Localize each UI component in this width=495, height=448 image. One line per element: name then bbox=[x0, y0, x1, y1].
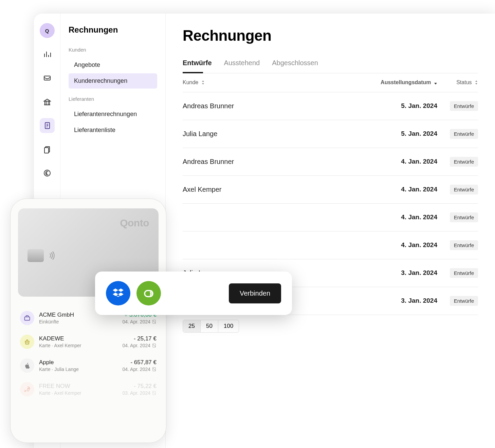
receipt-missing-icon bbox=[152, 343, 157, 348]
dropbox-icon bbox=[106, 281, 130, 305]
tab-completed[interactable]: Abgeschlossen bbox=[272, 59, 318, 73]
cell-date: 4. Jan. 2024 bbox=[363, 158, 437, 165]
page-size-100[interactable]: 100 bbox=[218, 320, 239, 332]
transaction-value: - 25,17 € bbox=[122, 335, 157, 342]
group-label-customers: Kunden bbox=[69, 47, 157, 53]
nav-invoices-icon[interactable] bbox=[40, 118, 55, 133]
avatar[interactable]: Q bbox=[40, 23, 55, 38]
cell-customer: Andreas Brunner bbox=[183, 102, 363, 110]
transaction-list: ACME GmbH Einkünfte + 3.076,00 € 04. Apr… bbox=[18, 306, 159, 401]
cell-date: 5. Jan. 2024 bbox=[363, 130, 437, 137]
status-badge: Entwürfe bbox=[450, 296, 478, 306]
status-badge: Entwürfe bbox=[450, 101, 478, 111]
cell-status: Entwürfe bbox=[437, 129, 478, 139]
integration-icon bbox=[136, 281, 161, 305]
transaction-date: 04. Apr. 2024 bbox=[122, 319, 157, 324]
cell-status: Entwürfe bbox=[437, 101, 478, 111]
cell-status: Entwürfe bbox=[437, 268, 478, 278]
receipt-missing-icon bbox=[152, 391, 157, 395]
transaction-name: KADEWE bbox=[39, 335, 117, 342]
nav-inbox-icon[interactable] bbox=[40, 71, 55, 86]
svg-rect-5 bbox=[25, 317, 30, 320]
cell-status: Entwürfe bbox=[437, 296, 478, 306]
transaction-row[interactable]: KADEWE Karte · Axel Kemper - 25,17 € 04.… bbox=[18, 330, 159, 354]
cell-customer: Julia Lange bbox=[183, 130, 363, 138]
transaction-date: 03. Apr. 2024 bbox=[122, 390, 157, 396]
cell-date: 3. Jan. 2024 bbox=[363, 269, 437, 277]
connect-button[interactable]: Verbinden bbox=[229, 283, 281, 303]
receipt-missing-icon bbox=[152, 319, 157, 324]
transaction-name: FREE NOW bbox=[39, 383, 117, 390]
transaction-value: - 75,22 € bbox=[122, 383, 157, 390]
transaction-name: Apple bbox=[39, 359, 117, 366]
table-row[interactable]: Axel Kemper 4. Jan. 2024 Entwürfe bbox=[183, 176, 478, 204]
nav-analytics-icon[interactable] bbox=[40, 47, 55, 62]
table-row[interactable]: 4. Jan. 2024 Entwürfe bbox=[183, 231, 478, 259]
sidebar-title: Rechnungen bbox=[69, 25, 157, 35]
cell-date: 4. Jan. 2024 bbox=[363, 186, 437, 193]
transaction-date: 04. Apr. 2024 bbox=[122, 367, 157, 372]
svg-point-9 bbox=[28, 388, 29, 389]
status-badge: Entwürfe bbox=[450, 240, 478, 250]
mobile-frame: Qonto ACME GmbH Einkünfte + 3.076,00 € 0… bbox=[10, 199, 166, 443]
card-brand: Qonto bbox=[120, 217, 149, 229]
main-content: Rechnungen Entwürfe Ausstehend Abgeschlo… bbox=[166, 14, 495, 448]
page-size-25[interactable]: 25 bbox=[183, 320, 201, 332]
card-chip-icon bbox=[28, 249, 44, 262]
rocket-icon bbox=[20, 382, 34, 396]
transaction-date: 04. Apr. 2024 bbox=[122, 343, 157, 348]
status-badge: Entwürfe bbox=[450, 129, 478, 139]
page-title: Rechnungen bbox=[183, 27, 478, 44]
nav-bank-icon[interactable] bbox=[40, 94, 55, 109]
table-row[interactable]: Andreas Brunner 4. Jan. 2024 Entwürfe bbox=[183, 148, 478, 176]
cell-customer: Andreas Brunner bbox=[183, 158, 363, 166]
cell-status: Entwürfe bbox=[437, 157, 478, 167]
transaction-row[interactable]: Apple Karte · Julia Lange - 657,87 € 04.… bbox=[18, 354, 159, 377]
tab-drafts[interactable]: Entwürfe bbox=[183, 59, 212, 73]
transaction-info: KADEWE Karte · Axel Kemper bbox=[39, 335, 117, 348]
tab-pending[interactable]: Ausstehend bbox=[224, 59, 260, 73]
nav-currency-icon[interactable] bbox=[40, 166, 55, 181]
transaction-info: FREE NOW Karte · Axel Kemper bbox=[39, 383, 117, 396]
nav-item-supplier-invoices[interactable]: Lieferantenrechnungen bbox=[69, 107, 157, 122]
nav-item-customer-invoices[interactable]: Kundenrechnungen bbox=[69, 73, 157, 89]
svg-rect-3 bbox=[44, 148, 49, 153]
table-row[interactable]: 4. Jan. 2024 Entwürfe bbox=[183, 204, 478, 231]
sort-icon bbox=[475, 80, 478, 86]
cell-status: Entwürfe bbox=[437, 240, 478, 250]
nav-item-supplier-list[interactable]: Lieferantenliste bbox=[69, 123, 157, 138]
tabs: Entwürfe Ausstehend Abgeschlossen bbox=[183, 59, 478, 73]
table-row[interactable]: Andreas Brunner 5. Jan. 2024 Entwürfe bbox=[183, 92, 478, 120]
connect-popup: Verbinden bbox=[95, 272, 292, 315]
col-customer[interactable]: Kunde bbox=[183, 79, 363, 86]
col-date[interactable]: Ausstellungsdatum bbox=[363, 79, 437, 86]
basket-icon bbox=[20, 335, 34, 349]
page-size-50[interactable]: 50 bbox=[201, 320, 218, 332]
transaction-value: - 657,87 € bbox=[122, 359, 157, 366]
transaction-row[interactable]: FREE NOW Karte · Axel Kemper - 75,22 € 0… bbox=[18, 377, 159, 401]
table-row[interactable]: Julia Lange 5. Jan. 2024 Entwürfe bbox=[183, 120, 478, 148]
transaction-amount: - 75,22 € 03. Apr. 2024 bbox=[122, 383, 157, 396]
cell-date: 5. Jan. 2024 bbox=[363, 102, 437, 110]
status-badge: Entwürfe bbox=[450, 157, 478, 167]
nav-item-quotes[interactable]: Angebote bbox=[69, 57, 157, 73]
status-badge: Entwürfe bbox=[450, 212, 478, 222]
col-status[interactable]: Status bbox=[437, 79, 478, 86]
transaction-subtitle: Einkünfte bbox=[39, 319, 117, 324]
transaction-amount: - 25,17 € 04. Apr. 2024 bbox=[122, 335, 157, 348]
cell-date: 4. Jan. 2024 bbox=[363, 213, 437, 221]
cell-status: Entwürfe bbox=[437, 185, 478, 194]
apple-icon bbox=[20, 358, 34, 373]
group-label-suppliers: Lieferanten bbox=[69, 96, 157, 102]
status-badge: Entwürfe bbox=[450, 185, 478, 194]
receipt-missing-icon bbox=[152, 367, 157, 372]
briefcase-icon bbox=[20, 311, 34, 325]
transaction-subtitle: Karte · Julia Lange bbox=[39, 367, 117, 372]
contactless-icon bbox=[49, 251, 56, 261]
cell-status: Entwürfe bbox=[437, 212, 478, 222]
status-badge: Entwürfe bbox=[450, 268, 478, 278]
nav-documents-icon[interactable] bbox=[40, 142, 55, 157]
transaction-amount: - 657,87 € 04. Apr. 2024 bbox=[122, 359, 157, 372]
transaction-subtitle: Karte · Axel Kemper bbox=[39, 390, 117, 396]
cell-customer: Axel Kemper bbox=[183, 186, 363, 193]
